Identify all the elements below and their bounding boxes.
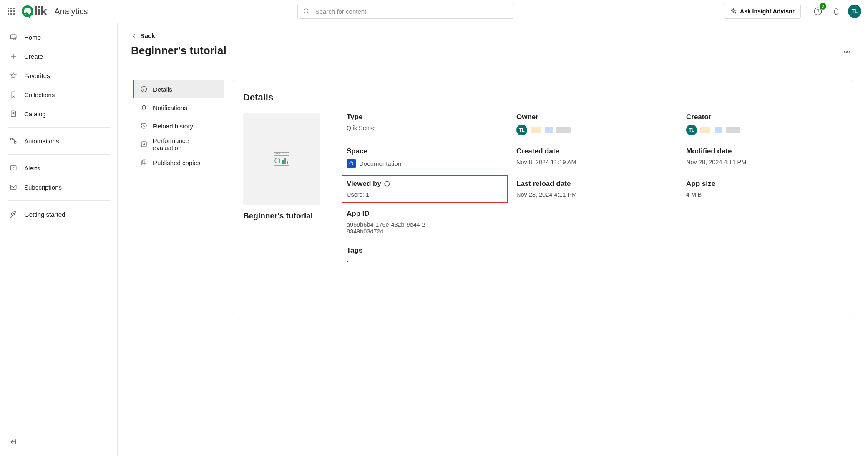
field-type-label: Type — [347, 113, 503, 121]
nav-item-label: Favorites — [24, 72, 50, 79]
sidetab-label: Performance evaluation — [153, 137, 219, 151]
topbar-right: Ask Insight Advisor 2 TL — [724, 4, 861, 19]
nav-item-getting-started[interactable]: Getting started — [4, 205, 113, 223]
nav-item-automations[interactable]: Automations — [4, 132, 113, 150]
field-type-value: Qlik Sense — [347, 125, 503, 131]
product-name: Analytics — [54, 7, 88, 16]
qlik-logo-icon: lik — [22, 4, 47, 18]
info-grid: Type Qlik Sense Owner TL Creator — [347, 113, 843, 265]
svg-rect-41 — [284, 158, 286, 164]
nav-item-catalog[interactable]: Catalog — [4, 105, 113, 123]
nav-item-alerts[interactable]: Alerts — [4, 159, 113, 177]
thumbnail-column: Beginner's tutorial — [243, 113, 327, 220]
svg-point-25 — [844, 52, 845, 53]
field-created-date-value: Nov 8, 2024 11:19 AM — [516, 159, 673, 165]
search-icon — [303, 8, 310, 15]
info-icon[interactable] — [384, 180, 390, 187]
nav-separator — [8, 200, 110, 201]
copies-icon — [140, 158, 148, 167]
chevron-left-icon — [131, 33, 137, 39]
field-tags: Tags - — [347, 246, 503, 265]
svg-point-30 — [143, 88, 144, 88]
bell-icon — [140, 103, 148, 112]
collapse-nav-button[interactable] — [4, 433, 113, 451]
left-nav: HomeCreateFavoritesCollectionsCatalogAut… — [0, 23, 118, 456]
user-avatar[interactable]: TL — [848, 5, 861, 18]
nav-separator — [8, 127, 110, 128]
field-tags-label: Tags — [347, 246, 503, 255]
nav-item-label: Automations — [24, 138, 59, 145]
search-input[interactable] — [314, 8, 509, 15]
book-icon — [9, 110, 18, 118]
ask-insight-advisor-button[interactable]: Ask Insight Advisor — [724, 4, 801, 19]
svg-rect-34 — [143, 160, 146, 164]
owner-name-redacted — [531, 127, 571, 133]
field-app-size-value: 4 MiB — [686, 191, 843, 198]
sidetab-notifications[interactable]: Notifications — [133, 98, 224, 117]
field-app-size-label: App size — [686, 180, 843, 188]
nav-item-subscriptions[interactable]: Subscriptions — [4, 178, 113, 196]
sidetab-label: Notifications — [153, 104, 187, 111]
product-logo[interactable]: lik Analytics — [22, 4, 88, 18]
svg-rect-13 — [11, 111, 16, 117]
field-modified-date: Modified date Nov 28, 2024 4:11 PM — [686, 147, 843, 168]
svg-line-1 — [307, 12, 309, 14]
nav-item-home[interactable]: Home — [4, 28, 113, 46]
sidetab-details[interactable]: Details — [133, 80, 224, 98]
back-button[interactable]: Back — [131, 32, 155, 39]
panel-title: Details — [243, 92, 843, 103]
field-last-reload-date-label: Last reload date — [516, 180, 673, 188]
help-button[interactable]: 2 — [811, 5, 825, 18]
sidetab-performance[interactable]: Performance evaluation — [133, 135, 224, 153]
nav-item-collections[interactable]: Collections — [4, 85, 113, 104]
nav-item-create[interactable]: Create — [4, 47, 113, 65]
creator-avatar: TL — [686, 125, 697, 135]
owner-avatar: TL — [516, 125, 527, 135]
search-wrap — [93, 4, 718, 19]
field-creator: Creator TL — [686, 113, 843, 135]
svg-rect-33 — [141, 161, 145, 165]
nav-item-label: Collections — [24, 91, 55, 98]
info-icon — [140, 85, 148, 93]
nav-item-label: Getting started — [24, 211, 65, 218]
field-modified-date-value: Nov 28, 2024 4:11 PM — [686, 159, 843, 165]
topbar-divider — [806, 5, 806, 18]
svg-point-26 — [847, 52, 848, 53]
field-app-id-label: App ID — [347, 210, 503, 218]
field-creator-label: Creator — [686, 113, 843, 121]
nav-item-favorites[interactable]: Favorites — [4, 66, 113, 85]
field-viewed-by-value: Users: 1 — [347, 191, 503, 198]
mail-icon — [9, 183, 18, 191]
creator-name-redacted — [700, 127, 740, 133]
ask-insight-advisor-label: Ask Insight Advisor — [740, 8, 795, 15]
app-switcher-icon[interactable] — [7, 7, 16, 16]
main-area: Back Beginner's tutorial DetailsNotifica… — [118, 23, 868, 456]
svg-rect-21 — [10, 185, 16, 190]
field-space: Space Documentation — [347, 147, 503, 168]
svg-rect-17 — [14, 142, 16, 144]
svg-point-22 — [13, 213, 14, 214]
field-space-label: Space — [347, 147, 503, 155]
svg-rect-40 — [282, 160, 284, 164]
svg-point-20 — [13, 169, 13, 169]
content: DetailsNotificationsReload historyPerfor… — [118, 68, 868, 325]
field-viewed-by-label: Viewed by — [347, 180, 503, 188]
search-box[interactable] — [297, 4, 514, 19]
space-badge[interactable]: Documentation — [347, 159, 401, 168]
rocket-icon — [9, 210, 18, 218]
details-panel: Details — [233, 80, 853, 313]
panel-body: Beginner's tutorial Type Qlik Sense Owne… — [243, 113, 843, 265]
page-title: Beginner's tutorial — [131, 44, 226, 57]
alert-icon — [9, 164, 18, 172]
collapse-icon — [9, 438, 18, 446]
back-label: Back — [140, 32, 155, 39]
more-actions-button[interactable] — [840, 45, 855, 60]
sidetab-reload-history[interactable]: Reload history — [133, 117, 224, 135]
notifications-button[interactable] — [830, 5, 843, 18]
field-owner: Owner TL — [516, 113, 673, 135]
nav-separator — [8, 154, 110, 155]
sidetab-label: Published copies — [153, 159, 200, 166]
nav-item-label: Create — [24, 53, 43, 60]
sidetab-published[interactable]: Published copies — [133, 153, 224, 172]
field-modified-date-label: Modified date — [686, 147, 843, 155]
